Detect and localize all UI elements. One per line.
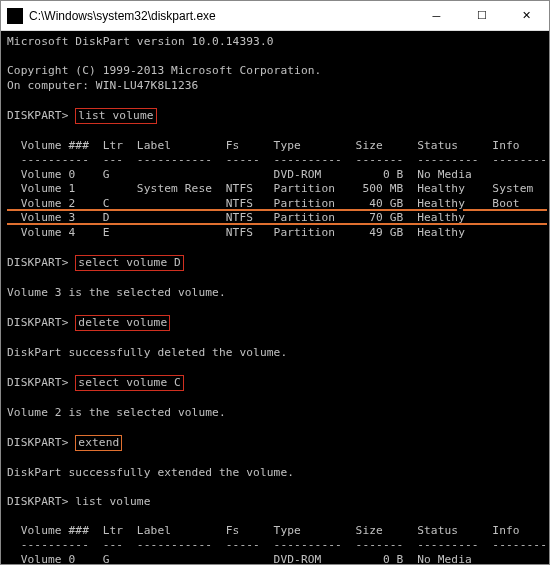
app-window: C:\Windows\system32\diskpart.exe ─ ☐ ✕ M…	[0, 0, 550, 565]
terminal-output[interactable]: Microsoft DiskPart version 10.0.14393.0 …	[1, 31, 549, 564]
window-title: C:\Windows\system32\diskpart.exe	[29, 9, 414, 23]
maximize-button[interactable]: ☐	[459, 1, 504, 30]
minimize-button[interactable]: ─	[414, 1, 459, 30]
cmd-select-volume-d: select volume D	[75, 255, 184, 272]
titlebar[interactable]: C:\Windows\system32\diskpart.exe ─ ☐ ✕	[1, 1, 549, 31]
cmd-delete-volume: delete volume	[75, 315, 170, 332]
cmd-list-volume: list volume	[75, 108, 156, 125]
cmd-select-volume-c: select volume C	[75, 375, 184, 392]
window-controls: ─ ☐ ✕	[414, 1, 549, 30]
cmd-extend: extend	[75, 435, 122, 452]
app-icon	[7, 8, 23, 24]
close-button[interactable]: ✕	[504, 1, 549, 30]
